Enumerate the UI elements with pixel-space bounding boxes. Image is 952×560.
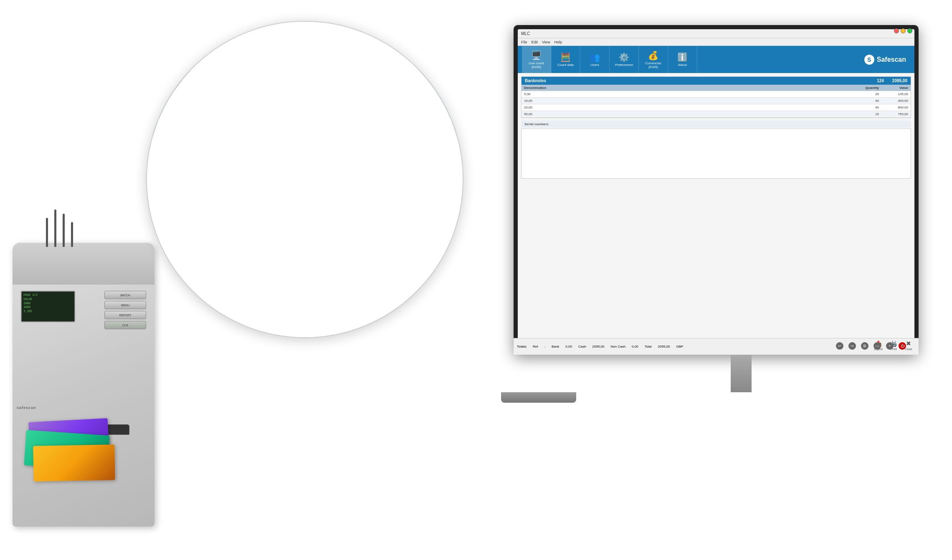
table-row: 5,00 29 145,00: [522, 91, 911, 98]
toolbar-currencies-label: Currencies(6185): [645, 61, 661, 69]
safescan-logo: S Safescan: [864, 55, 910, 65]
totals-row: Totals Ref - Bank 0,00 Cash 2095,00 Non …: [518, 345, 683, 348]
banknotes-title: Banknotes: [525, 78, 546, 83]
menu-view[interactable]: View: [542, 40, 550, 44]
table-row: 20,00 40 800,00: [522, 104, 911, 111]
safescan-logo-icon: S: [864, 55, 874, 65]
preferences-icon: ⚙️: [619, 52, 629, 62]
toolbar-preferences-label: Preferences: [615, 63, 633, 67]
col-header-quantity: Quantity: [856, 85, 881, 91]
toolbar-live-count[interactable]: 🖥️ Live count(6185): [522, 46, 551, 73]
menu-help[interactable]: Help: [554, 40, 562, 44]
monitor-power-btn[interactable]: ⏻: [899, 342, 906, 350]
serial-numbers-title: Serial numbers: [524, 122, 549, 126]
toolbar-about[interactable]: ℹ️ About: [668, 46, 697, 73]
serial-numbers-section: Serial numbers: [521, 121, 911, 128]
monitor-control-2[interactable]: ↪: [848, 342, 856, 350]
denom-1: 5,00: [522, 91, 856, 97]
totals-noncash-val: 0,00: [632, 345, 638, 348]
qty-3: 40: [856, 104, 881, 111]
magnify-overlay: Edit View Help 🖥️ Live count(6185) 🧮 Cou…: [146, 21, 463, 338]
toolbar-live-count-label: Live count(6185): [529, 61, 544, 69]
table-row: 10,00 40 400,00: [522, 98, 911, 104]
banknotes-total: 2095,00: [892, 78, 907, 83]
qty-1: 29: [856, 91, 881, 97]
app-menu-bar: File Edit View Help: [518, 38, 914, 46]
toolbar-count-data[interactable]: 🧮 Count data: [551, 46, 580, 73]
totals-bank-val: 0,00: [565, 345, 572, 348]
monitor-bottom-controls[interactable]: ↩ ↪ ⊞ — + ⏻: [836, 342, 906, 350]
monitor: MLC File Edit View Help 🖥️ Live count(61…: [514, 25, 919, 403]
col-header-denomination: Denomination: [522, 85, 856, 91]
live-count-icon: 🖥️: [531, 50, 542, 61]
col-header-value: Value: [881, 85, 911, 91]
app-toolbar: 🖥️ Live count(6185) 🧮 Count data 👥 Users…: [518, 46, 914, 73]
totals-cash-label: Cash: [578, 345, 586, 348]
val-1: 145,00: [881, 91, 911, 97]
app-titlebar: MLC: [518, 29, 914, 38]
totals-bank-label: Bank: [552, 345, 559, 348]
scene: PAGE 1/2VALUE100010003.395 BATCH MENU RE…: [0, 0, 952, 560]
monitor-control-4[interactable]: —: [874, 342, 881, 350]
totals-ref-val: -: [544, 345, 545, 348]
toolbar-users-label: Users: [590, 63, 599, 67]
close-window-btn[interactable]: [894, 28, 899, 33]
denom-2: 10,00: [522, 98, 856, 104]
totals-currency: GBP: [676, 345, 684, 348]
totals-total-val: 2095,00: [658, 345, 670, 348]
totals-noncash-label: Non Cash: [611, 345, 626, 348]
maximize-window-btn[interactable]: [907, 28, 912, 33]
monitor-screen: MLC File Edit View Help 🖥️ Live count(61…: [518, 29, 914, 351]
val-4: 750,00: [881, 111, 911, 117]
table-row: 50,00 15 750,00: [522, 111, 911, 118]
toolbar-preferences[interactable]: ⚙️ Preferences: [610, 46, 639, 73]
denom-3: 20,00: [522, 104, 856, 111]
monitor-control-1[interactable]: ↩: [836, 342, 843, 350]
denom-4: 50,00: [522, 111, 856, 117]
currencies-icon: 💰: [648, 50, 658, 61]
totals-label: Totals: [518, 345, 527, 348]
magnified-content: Edit View Help 🖥️ Live count(6185) 🧮 Cou…: [147, 22, 463, 337]
app-title: MLC: [521, 31, 530, 36]
close-icon: ✖: [906, 340, 911, 347]
totals-ref-label: Ref: [533, 345, 538, 348]
menu-file[interactable]: File: [521, 40, 527, 44]
totals-total-label: Total: [645, 345, 652, 348]
menu-edit[interactable]: Edit: [532, 40, 538, 44]
users-icon: 👥: [590, 52, 600, 62]
content-area: Banknotes 124 2095,00 Denomination Quant…: [518, 73, 914, 334]
window-controls[interactable]: [894, 28, 912, 33]
count-data-icon: 🧮: [560, 52, 571, 62]
safescan-logo-text: Safescan: [877, 56, 906, 63]
toolbar-count-data-label: Count data: [557, 63, 574, 67]
qty-4: 15: [856, 111, 881, 117]
qty-2: 40: [856, 98, 881, 104]
serial-numbers-content: [521, 129, 911, 179]
toolbar-currencies[interactable]: 💰 Currencies(6185): [639, 46, 668, 73]
totals-cash-val: 2095,00: [592, 345, 605, 348]
monitor-control-3[interactable]: ⊞: [861, 342, 868, 350]
monitor-control-5[interactable]: +: [886, 342, 894, 350]
minimize-window-btn[interactable]: [901, 28, 906, 33]
toolbar-users[interactable]: 👥 Users: [580, 46, 610, 73]
about-icon: ℹ️: [677, 52, 688, 62]
monitor-stand-neck: [731, 355, 752, 392]
banknotes-table: Banknotes 124 2095,00 Denomination Quant…: [521, 76, 911, 118]
banknotes-count: 124: [877, 78, 884, 83]
val-3: 800,00: [881, 104, 911, 111]
toolbar-about-label: About: [678, 63, 687, 67]
banknotes-table-header: Denomination Quantity Value: [522, 85, 911, 91]
banknotes-header: Banknotes 124 2095,00: [522, 77, 911, 85]
monitor-stand-base: [501, 392, 576, 403]
val-2: 400,00: [881, 98, 911, 104]
